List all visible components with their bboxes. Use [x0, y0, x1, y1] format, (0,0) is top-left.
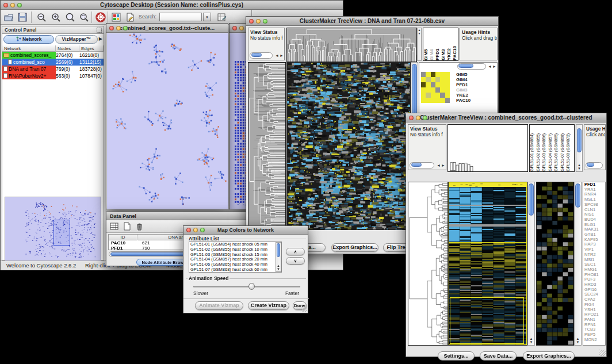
- scrollbar-thumb[interactable]: [577, 128, 582, 152]
- scrollbar-thumb[interactable]: [251, 53, 262, 57]
- scrollbar-thumb[interactable]: [587, 163, 594, 167]
- data-panel-header[interactable]: Data Panel: [106, 212, 253, 220]
- slider-thumb[interactable]: [248, 283, 255, 290]
- attribute-editor-icon[interactable]: [217, 12, 227, 22]
- network1-canvas[interactable]: [107, 33, 228, 209]
- delete-attribute-icon[interactable]: [135, 222, 144, 231]
- gene-label[interactable]: MON2: [583, 338, 605, 343]
- col-edges[interactable]: Edges: [79, 45, 104, 52]
- search-dropdown-button[interactable]: ▼: [203, 13, 211, 21]
- row-dendrogram-canvas[interactable]: [408, 182, 448, 346]
- scroll-right-icon[interactable]: ►: [492, 64, 496, 69]
- table-row[interactable]: RNAPuberNov2+ 563(0) 107847(0): [2, 72, 104, 79]
- scroll-left-icon[interactable]: ◄: [275, 53, 279, 58]
- scroll-left-icon[interactable]: ◄: [437, 163, 441, 168]
- scrollbar-thumb[interactable]: [575, 183, 580, 208]
- zoom-out-icon[interactable]: [36, 12, 47, 22]
- network1-title-bar[interactable]: combined_scores_good.txt--cluste...: [106, 24, 228, 33]
- help-lifering-icon[interactable]: [95, 12, 106, 22]
- scroll-right-icon[interactable]: ►: [280, 53, 284, 58]
- similarity-matrix[interactable]: [421, 72, 450, 103]
- window-controls[interactable]: [249, 19, 267, 24]
- view-status-scrollbar[interactable]: ◄ ►: [250, 52, 283, 59]
- scroll-arrows[interactable]: ▲▼: [575, 337, 581, 344]
- move-down-button[interactable]: ∨: [286, 257, 305, 265]
- attribute-list[interactable]: GPL51-01 (GSM854) heat shock 05 minGPL51…: [189, 242, 282, 273]
- row-label[interactable]: GIM4: [456, 77, 481, 82]
- row-label[interactable]: GIM3: [456, 87, 481, 93]
- select-attributes-icon[interactable]: [110, 222, 118, 231]
- column-label[interactable]: GIM3: [441, 28, 446, 60]
- column-labels-rotated[interactable]: GPL51-01 (GSM854)GPL51-02 (GSM855)GPL51-…: [529, 124, 575, 172]
- heatmap-canvas[interactable]: [286, 62, 411, 230]
- row-label[interactable]: PAC10: [456, 98, 481, 103]
- heatmap-canvas[interactable]: [448, 182, 527, 346]
- attribute-list-scrollbar[interactable]: ▲▼: [276, 242, 281, 272]
- col-id[interactable]: ID: [109, 235, 137, 240]
- column-label[interactable]: GPL51-02 (GSM855): [536, 125, 542, 171]
- mini-spinner[interactable]: ▲▼: [417, 28, 422, 61]
- window-controls[interactable]: [3, 3, 22, 7]
- vizmapper-icon[interactable]: [111, 12, 121, 22]
- treeview1-title-bar[interactable]: ClusterMaker TreeView : DNA and Tran 07-…: [246, 17, 498, 26]
- main-title-bar[interactable]: Cytoscape Desktop (Session Name: collins…: [1, 1, 343, 10]
- column-label[interactable]: GPL51-07 (GSM868): [560, 125, 567, 171]
- resize-grip[interactable]: [301, 306, 307, 312]
- column-dendrogram-canvas[interactable]: [286, 28, 417, 62]
- scroll-right-icon[interactable]: ►: [441, 163, 445, 168]
- resize-grip[interactable]: [599, 350, 606, 356]
- new-attribute-icon[interactable]: [123, 222, 131, 231]
- col-network[interactable]: Network: [2, 45, 56, 52]
- window-controls[interactable]: [109, 26, 128, 30]
- column-label[interactable]: GPL51-08 (GSM872): [566, 125, 572, 171]
- tab-overflow-icon[interactable]: ▶: [99, 36, 102, 41]
- float-panel-icon[interactable]: [97, 28, 102, 33]
- column-labels-scrollbar[interactable]: ▲▼: [576, 124, 583, 172]
- col-nodes[interactable]: Nodes: [56, 45, 79, 52]
- tab-network[interactable]: Network: [3, 35, 54, 44]
- column-label[interactable]: GPL51-01 (GSM854): [530, 125, 536, 171]
- zoom-heatmap-canvas[interactable]: [536, 182, 574, 346]
- table-row[interactable]: DNA and Tran 07 769(0) 183728(0): [2, 66, 104, 72]
- scrollbar-thumb[interactable]: [277, 243, 280, 257]
- open-session-icon[interactable]: [3, 12, 14, 22]
- row-label[interactable]: GIM5: [456, 72, 481, 77]
- animation-speed-slider[interactable]: [193, 286, 300, 288]
- save-data-button[interactable]: Save Data...: [480, 351, 517, 361]
- column-label[interactable]: GIM4: [429, 28, 435, 60]
- scrollbar-thumb[interactable]: [458, 64, 473, 68]
- column-labels-rotated[interactable]: GIM5GIM4PFD1GIM3YKE2PAC10: [423, 28, 458, 61]
- column-label[interactable]: YKE2: [446, 28, 452, 60]
- scrollbar-thumb[interactable]: [529, 183, 534, 216]
- summary-hscrollbar[interactable]: ◄ ►: [457, 63, 496, 70]
- column-label[interactable]: PAC10: [452, 28, 458, 60]
- gene-list-scrollbar[interactable]: ▲▼: [574, 182, 582, 346]
- save-session-icon[interactable]: [17, 12, 28, 22]
- usage-hints-scrollbar[interactable]: [586, 162, 604, 168]
- export-graphics-button[interactable]: Export Graphics...: [523, 351, 575, 361]
- table-row[interactable]: combined_sco 2569(6) 13112(15): [2, 59, 104, 66]
- settings-button[interactable]: Settings...: [438, 351, 475, 361]
- window-controls[interactable]: [186, 228, 205, 232]
- dialog-title-bar[interactable]: Map Colors to Network: [183, 226, 308, 235]
- search-input[interactable]: [159, 13, 202, 21]
- create-vizmap-button[interactable]: Create Vizmap: [248, 301, 289, 310]
- treeview2-title-bar[interactable]: ClusterMaker TreeView : combined_scores_…: [406, 113, 606, 122]
- column-label[interactable]: PFD1: [435, 28, 441, 60]
- network-overview-thumbnail[interactable]: [5, 197, 101, 261]
- scroll-arrows[interactable]: ▲▼: [528, 337, 534, 344]
- row-labels[interactable]: GIM5GIM4PFD1GIM3YKE2PAC10: [456, 72, 481, 103]
- scroll-left-icon[interactable]: ◄: [488, 64, 492, 69]
- zoom-fit-icon[interactable]: [65, 12, 75, 22]
- zoom-in-icon[interactable]: [51, 12, 61, 22]
- scroll-arrows[interactable]: ▲▼: [276, 264, 281, 271]
- gene-labels-list[interactable]: PFD1YRA1RNR4MSL1SPC98CLN1NIS1BUD4ELG1MAK…: [583, 182, 606, 346]
- tab-vizmapper[interactable]: VizMapper™: [55, 35, 98, 44]
- scrollbar-thumb[interactable]: [411, 163, 422, 167]
- table-row[interactable]: combined_scores_ 2764(0) 16218(0): [2, 52, 104, 59]
- column-label[interactable]: GPL51-06 (GSM865): [554, 125, 560, 171]
- window-controls[interactable]: [409, 116, 427, 120]
- heatmap-vscrollbar[interactable]: ▲▼: [527, 182, 535, 346]
- annotation-icon[interactable]: [125, 12, 135, 22]
- row-label[interactable]: YKE2: [456, 93, 481, 98]
